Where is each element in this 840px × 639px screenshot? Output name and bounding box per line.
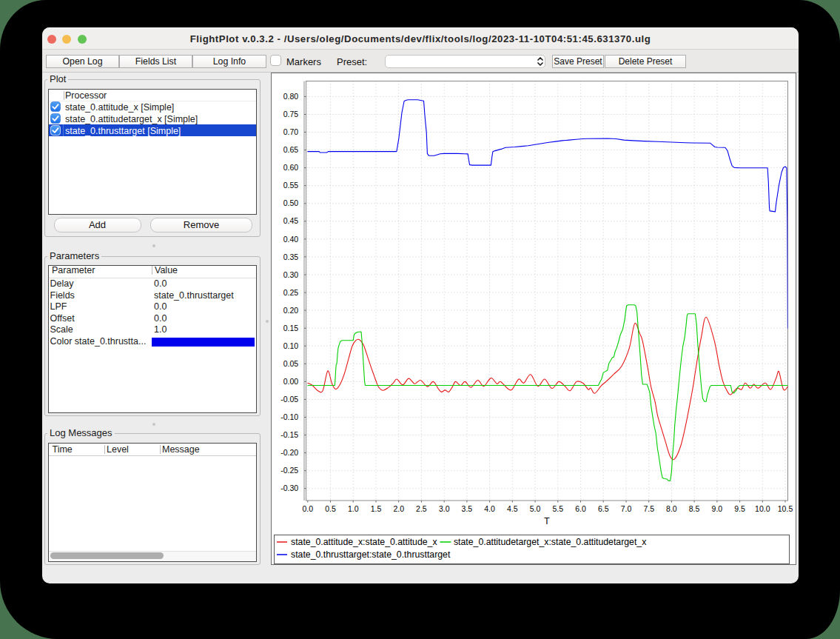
svg-text:3.5: 3.5 — [462, 504, 473, 513]
svg-text:0.35: 0.35 — [283, 252, 299, 261]
svg-text:0.45: 0.45 — [283, 216, 299, 225]
svg-text:0.00: 0.00 — [283, 377, 299, 386]
svg-text:T: T — [544, 516, 550, 526]
svg-text:0.65: 0.65 — [283, 145, 299, 154]
svg-text:10.5: 10.5 — [778, 504, 793, 513]
svg-text:state_0.attitude_x:state_0.att: state_0.attitude_x:state_0.attitude_x — [291, 537, 437, 547]
svg-text:5.5: 5.5 — [552, 504, 563, 513]
svg-text:10.0: 10.0 — [755, 504, 770, 513]
svg-text:6.0: 6.0 — [575, 504, 586, 513]
svg-text:0.25: 0.25 — [283, 288, 299, 297]
svg-text:0.15: 0.15 — [283, 324, 299, 332]
svg-text:0.05: 0.05 — [283, 359, 299, 368]
svg-text:0.60: 0.60 — [283, 163, 299, 172]
svg-text:0.0: 0.0 — [302, 504, 313, 513]
svg-text:8.0: 8.0 — [666, 504, 677, 513]
svg-text:0.50: 0.50 — [283, 198, 299, 207]
svg-text:-0.05: -0.05 — [280, 395, 298, 404]
svg-text:7.0: 7.0 — [621, 504, 632, 513]
svg-text:2.0: 2.0 — [393, 504, 404, 513]
svg-text:0.40: 0.40 — [283, 235, 299, 244]
svg-text:4.0: 4.0 — [484, 504, 495, 513]
svg-text:1.5: 1.5 — [371, 504, 382, 513]
svg-text:6.5: 6.5 — [598, 504, 609, 513]
svg-text:9.5: 9.5 — [734, 504, 745, 513]
svg-text:8.5: 8.5 — [689, 504, 700, 513]
svg-text:-0.20: -0.20 — [280, 448, 298, 457]
svg-text:-0.15: -0.15 — [280, 430, 298, 439]
svg-text:0.20: 0.20 — [283, 306, 299, 315]
svg-text:state_0.attitudetarget_x:state: state_0.attitudetarget_x:state_0.attitud… — [454, 537, 647, 547]
svg-text:7.5: 7.5 — [643, 504, 654, 513]
svg-text:4.5: 4.5 — [507, 504, 518, 513]
svg-text:0.70: 0.70 — [283, 127, 299, 136]
svg-text:2.5: 2.5 — [416, 504, 427, 513]
svg-text:-0.25: -0.25 — [280, 466, 298, 475]
svg-text:0.10: 0.10 — [283, 341, 299, 350]
svg-text:0.5: 0.5 — [325, 504, 336, 513]
svg-text:1.0: 1.0 — [348, 504, 359, 513]
svg-text:state_0.thrusttarget:state_0.t: state_0.thrusttarget:state_0.thrusttarge… — [291, 549, 451, 560]
svg-text:-0.30: -0.30 — [280, 484, 298, 492]
svg-text:0.30: 0.30 — [283, 270, 299, 279]
svg-text:3.0: 3.0 — [439, 504, 450, 513]
svg-text:-0.10: -0.10 — [280, 412, 298, 421]
svg-text:0.55: 0.55 — [283, 181, 299, 190]
svg-text:0.80: 0.80 — [283, 92, 299, 101]
svg-text:0.75: 0.75 — [283, 110, 299, 118]
svg-text:5.0: 5.0 — [530, 504, 541, 513]
svg-text:9.0: 9.0 — [712, 504, 723, 513]
